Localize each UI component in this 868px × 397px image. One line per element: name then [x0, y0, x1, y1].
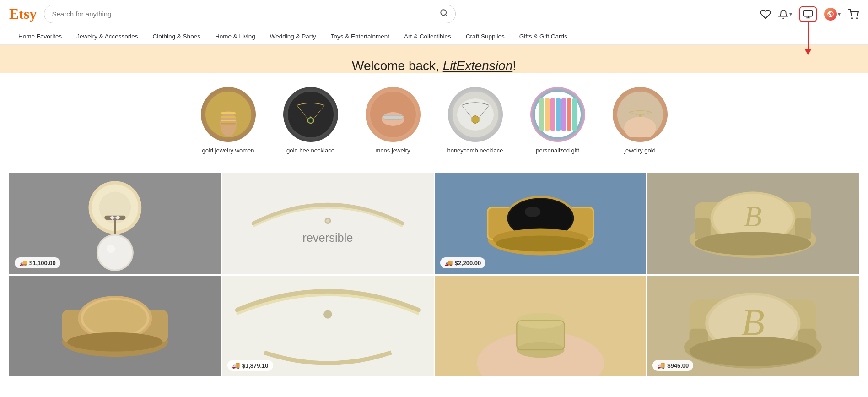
category-jewelry-gold[interactable]: jewelry gold — [610, 87, 670, 155]
delivery-icon: 🚚 — [657, 362, 665, 369]
svg-point-5 — [852, 18, 852, 19]
categories-section: gold jewelry women — [0, 82, 868, 169]
welcome-prefix: Welcome back, — [352, 59, 443, 73]
wishlist-icon[interactable] — [760, 9, 771, 20]
svg-point-64 — [524, 207, 540, 217]
svg-rect-50 — [104, 216, 125, 220]
svg-point-16 — [309, 119, 312, 122]
category-label: gold bee necklace — [286, 147, 334, 155]
svg-rect-35 — [567, 98, 571, 131]
product-card[interactable]: 🚚 $1,879.10 — [222, 276, 434, 376]
svg-marker-26 — [472, 115, 479, 124]
category-honeycomb-necklace[interactable]: honeycomb necklace — [446, 87, 505, 155]
category-label: personalized gift — [536, 147, 579, 155]
account-icon[interactable]: ▾ — [824, 8, 841, 21]
svg-rect-31 — [545, 98, 550, 131]
price-value: $945.00 — [667, 362, 689, 369]
nav-gifts-gift-cards[interactable]: Gifts & Gift Cards — [519, 33, 567, 40]
etsy-logo[interactable]: Etsy — [9, 5, 37, 22]
svg-text:B: B — [741, 301, 765, 343]
svg-rect-12 — [221, 123, 236, 125]
search-bar[interactable] — [44, 5, 456, 23]
account-dropdown-arrow[interactable]: ▾ — [838, 11, 841, 17]
product-card[interactable]: 🚚 $2,200.00 — [435, 173, 647, 274]
category-circle — [366, 87, 421, 142]
avatar — [824, 8, 837, 21]
nav-craft-supplies[interactable]: Craft Supplies — [466, 33, 505, 40]
svg-point-49 — [107, 245, 115, 253]
header-icons: ▾ — [760, 6, 859, 22]
category-circle — [448, 87, 503, 142]
svg-rect-30 — [539, 98, 544, 131]
product-grid: 🚚 $1,100.00 reversible — [0, 173, 868, 376]
svg-rect-10 — [221, 116, 236, 118]
product-card[interactable] — [435, 276, 647, 376]
svg-point-67 — [496, 236, 586, 252]
username-link[interactable]: LitExtension — [443, 59, 513, 73]
svg-text:B: B — [744, 200, 762, 233]
cart-icon[interactable] — [848, 9, 859, 20]
svg-point-0 — [441, 10, 447, 15]
svg-line-1 — [446, 14, 447, 16]
welcome-message: Welcome back, LitExtension! — [9, 59, 859, 73]
product-card[interactable] — [9, 276, 221, 376]
bell-dropdown-arrow[interactable]: ▾ — [789, 11, 792, 17]
nav-wedding-party[interactable]: Wedding & Party — [270, 33, 316, 40]
nav-art-collectibles[interactable]: Art & Collectibles — [404, 33, 451, 40]
category-gold-bee-necklace[interactable]: gold bee necklace — [281, 87, 340, 155]
product-price: 🚚 $945.00 — [652, 360, 693, 371]
category-label: gold jewelry women — [202, 147, 254, 155]
svg-rect-22 — [383, 115, 403, 119]
svg-rect-34 — [561, 98, 566, 131]
search-input[interactable] — [52, 10, 435, 18]
nav-bar: Home Favorites Jewelry & Accessories Clo… — [0, 28, 868, 45]
category-label: jewelry gold — [624, 147, 656, 155]
svg-rect-36 — [572, 98, 577, 131]
nav-toys-entertainment[interactable]: Toys & Entertainment — [331, 33, 389, 40]
delivery-icon: 🚚 — [19, 259, 27, 266]
nav-clothing-shoes[interactable]: Clothing & Shoes — [153, 33, 200, 40]
product-card[interactable]: 🚚 $1,100.00 — [9, 173, 221, 274]
svg-point-76 — [695, 232, 811, 256]
svg-rect-11 — [221, 120, 236, 121]
product-price: 🚚 $1,879.10 — [227, 360, 273, 371]
category-gold-jewelry-women[interactable]: gold jewelry women — [199, 87, 258, 155]
product-card[interactable]: reversible — [222, 173, 434, 274]
delivery-icon: 🚚 — [445, 259, 453, 266]
svg-point-13 — [288, 92, 334, 137]
search-icon[interactable] — [440, 9, 448, 19]
seller-icon-container — [799, 6, 817, 22]
svg-point-85 — [323, 310, 332, 319]
category-label: honeycomb necklace — [447, 147, 503, 155]
nav-home-living[interactable]: Home & Living — [215, 33, 255, 40]
nav-home-favorites[interactable]: Home Favorites — [18, 33, 62, 40]
nav-jewelry-accessories[interactable]: Jewelry & Accessories — [76, 33, 138, 40]
seller-dashboard-button[interactable] — [799, 6, 817, 22]
svg-rect-2 — [804, 10, 812, 16]
svg-point-83 — [67, 332, 162, 352]
svg-point-40 — [639, 114, 642, 117]
price-value: $1,100.00 — [29, 260, 56, 266]
price-value: $2,200.00 — [455, 260, 481, 266]
category-mens-jewelry[interactable]: mens jewelry — [363, 87, 423, 155]
category-circle — [201, 87, 256, 142]
svg-point-25 — [457, 98, 494, 131]
header: Etsy ▾ — [0, 0, 868, 28]
svg-text:reversible: reversible — [302, 232, 353, 245]
product-card[interactable]: B 🚚 $945.00 — [647, 276, 859, 376]
svg-rect-33 — [556, 98, 561, 131]
category-personalized-gift[interactable]: personalized gift — [528, 87, 588, 155]
category-circle — [530, 87, 585, 142]
svg-point-82 — [83, 300, 147, 337]
notifications-icon[interactable]: ▾ — [778, 9, 792, 19]
category-circle — [613, 87, 668, 142]
product-price: 🚚 $1,100.00 — [15, 257, 60, 268]
price-value: $1,879.10 — [242, 362, 269, 369]
welcome-banner: Welcome back, LitExtension! — [0, 45, 868, 73]
category-circle — [283, 87, 338, 142]
product-card[interactable]: B — [647, 173, 859, 274]
delivery-icon: 🚚 — [232, 362, 240, 369]
svg-rect-9 — [221, 112, 236, 114]
svg-point-100 — [690, 337, 817, 366]
svg-rect-32 — [550, 98, 555, 131]
